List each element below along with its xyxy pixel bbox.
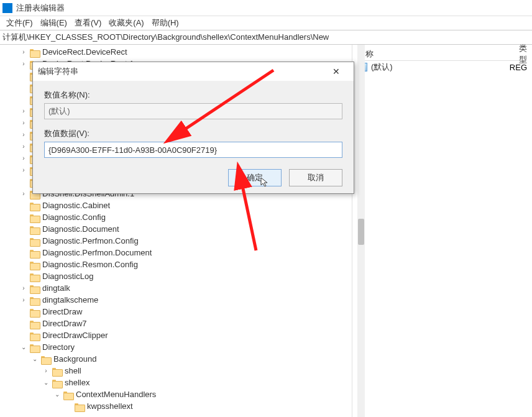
tree-node-label: ContextMenuHandlers [76, 390, 156, 399]
tree-node-label: Diagnostic.Perfmon.Config [42, 236, 139, 245]
chevron-right-icon[interactable]: › [19, 283, 29, 293]
folder-icon [30, 225, 40, 234]
tree-row[interactable]: Diagnostic.Resmon.Config [0, 259, 352, 270]
chevron-right-icon[interactable]: › [19, 295, 29, 305]
ok-button[interactable]: 确定 [228, 169, 282, 186]
chevron-right-icon[interactable]: › [19, 142, 29, 152]
tree-row[interactable]: Diagnostic.Config [0, 211, 352, 223]
list-row[interactable]: (默认) REG [357, 61, 527, 73]
folder-icon [75, 402, 85, 411]
chevron-right-icon[interactable]: › [19, 154, 29, 163]
folder-icon [30, 308, 40, 316]
tree-row[interactable]: DirectDrawClipper [0, 329, 352, 341]
folder-icon [30, 343, 40, 352]
tree-row[interactable]: ›DeviceRect.DeviceRect [0, 46, 352, 58]
tree-node-label: DeviceRect.DeviceRect [42, 47, 127, 57]
tree-node-label: Directory [42, 342, 75, 352]
chevron-right-icon[interactable]: › [19, 118, 29, 128]
chevron-right-icon[interactable]: › [19, 189, 29, 199]
menu-view[interactable]: 查看(V) [71, 16, 105, 30]
folder-icon [30, 237, 40, 245]
value-name-label: 数值名称(N): [44, 89, 342, 101]
value-type: REG [510, 63, 527, 72]
tree-node-label: dingtalk [42, 283, 70, 293]
tree-row[interactable]: Diagnostic.Perfmon.Document [0, 247, 352, 259]
value-data-label: 数值数据(V): [44, 128, 342, 139]
tree-row[interactable]: ⌄Directory [0, 341, 352, 353]
chevron-down-icon[interactable]: ⌄ [52, 390, 62, 400]
folder-icon [30, 296, 40, 305]
folder-icon [30, 272, 40, 281]
tree-node-label: DirectDraw7 [42, 319, 87, 328]
folder-icon [30, 213, 40, 222]
tree-scrollbar[interactable] [357, 45, 365, 417]
app-title: 注册表编辑器 [16, 2, 65, 14]
tree-node-label: Background [53, 354, 96, 364]
tree-row[interactable]: Diagnostic.Cabinet [0, 199, 352, 211]
chevron-right-icon[interactable]: › [19, 165, 29, 175]
title-bar: 注册表编辑器 [0, 0, 532, 16]
tree-row[interactable]: DiagnosticLog [0, 270, 352, 282]
tree-row[interactable]: ⌄ContextMenuHandlers [0, 388, 352, 400]
folder-icon [63, 390, 73, 399]
folder-icon [41, 355, 51, 364]
tree-node-label: DirectDrawClipper [42, 331, 108, 340]
dialog-title-bar[interactable]: 编辑字符串 ✕ [33, 62, 354, 81]
chevron-right-icon[interactable]: › [19, 59, 29, 69]
menu-file[interactable]: 文件(F) [2, 16, 37, 30]
scroll-thumb[interactable] [358, 219, 364, 245]
column-type[interactable]: 类型 [519, 43, 527, 65]
menu-favorites[interactable]: 收藏夹(A) [105, 16, 147, 30]
chevron-down-icon[interactable]: ⌄ [19, 342, 29, 352]
list-pane[interactable]: 名称 类型 (默认) REG [352, 45, 532, 417]
tree-node-label: Diagnostic.Perfmon.Document [42, 248, 152, 257]
chevron-right-icon[interactable]: › [19, 130, 29, 140]
tree-node-label: shell [65, 366, 81, 375]
tree-node-label: shellex [65, 378, 89, 387]
column-name[interactable]: 名称 [357, 48, 519, 60]
chevron-down-icon[interactable]: ⌄ [30, 354, 40, 364]
folder-icon [30, 331, 40, 340]
value-data-field[interactable] [44, 142, 342, 158]
tree-row[interactable]: kwpsshellext [0, 400, 352, 412]
tree-row[interactable]: DirectDraw [0, 306, 352, 318]
tree-node-label: kwpsshellext [87, 401, 133, 411]
dialog-body: 数值名称(N): 数值数据(V): 确定 取消 [33, 81, 354, 193]
tree-node-label: Diagnostic.Resmon.Config [42, 260, 138, 269]
list-header: 名称 类型 [357, 47, 527, 61]
close-button[interactable]: ✕ [324, 63, 349, 80]
tree-row[interactable]: ›dingtalkscheme [0, 294, 352, 306]
tree-node-label: DiagnosticLog [42, 272, 93, 281]
folder-icon [30, 319, 40, 328]
tree-row[interactable]: Diagnostic.Perfmon.Config [0, 235, 352, 247]
folder-icon [30, 284, 40, 293]
tree-node-label: DirectDraw [42, 307, 82, 316]
tree-row[interactable]: ›shell [0, 365, 352, 377]
tree-row[interactable]: ⌄shellex [0, 377, 352, 388]
address-text: 计算机\HKEY_CLASSES_ROOT\Directory\Backgrou… [2, 32, 329, 43]
tree-row[interactable]: ›dingtalk [0, 282, 352, 294]
tree-row[interactable]: ⌄Background [0, 353, 352, 365]
menu-help[interactable]: 帮助(H) [148, 16, 183, 30]
dialog-title: 编辑字符串 [38, 66, 78, 77]
chevron-right-icon[interactable]: › [41, 366, 51, 376]
chevron-right-icon[interactable]: › [19, 47, 29, 57]
chevron-right-icon[interactable]: › [19, 106, 29, 116]
tree-node-label: Diagnostic.Config [42, 213, 106, 222]
folder-icon [30, 260, 40, 269]
menu-edit[interactable]: 编辑(E) [37, 16, 71, 30]
tree-row[interactable]: DirectDraw7 [0, 318, 352, 329]
folder-icon [30, 48, 40, 57]
tree-node-label: Diagnostic.Cabinet [42, 201, 110, 210]
folder-icon [52, 378, 62, 387]
folder-icon [30, 201, 40, 210]
tree-row[interactable]: Diagnostic.Document [0, 223, 352, 235]
folder-icon [30, 249, 40, 257]
value-name: (默认) [371, 62, 393, 73]
edit-string-dialog: 编辑字符串 ✕ 数值名称(N): 数值数据(V): 确定 取消 [32, 62, 354, 194]
tree-node-label: Diagnostic.Document [42, 224, 119, 234]
tree-node-label: dingtalkscheme [42, 295, 98, 305]
chevron-down-icon[interactable]: ⌄ [41, 378, 51, 388]
cancel-button[interactable]: 取消 [289, 169, 342, 186]
address-bar[interactable]: 计算机\HKEY_CLASSES_ROOT\Directory\Backgrou… [0, 30, 532, 45]
